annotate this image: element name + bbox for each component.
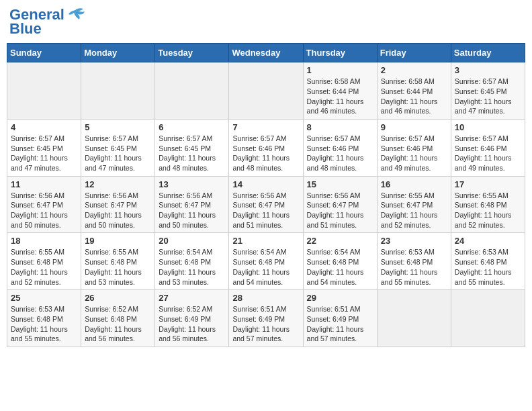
sunset-label: Sunset: 6:48 PM [85,258,137,266]
sunrise-label: Sunrise: 6:57 AM [381,134,435,142]
daylight-label: Daylight: 11 hours and 56 minutes. [85,325,142,343]
day-number: 15 [307,179,373,189]
sunrise-label: Sunrise: 6:57 AM [85,134,138,142]
calendar-cell: 19 Sunrise: 6:55 AM Sunset: 6:48 PM Dayl… [81,233,155,290]
cell-content: Sunrise: 6:51 AM Sunset: 6:49 PM Dayligh… [232,304,299,344]
calendar-cell: 13 Sunrise: 6:56 AM Sunset: 6:47 PM Dayl… [155,176,229,233]
day-number: 8 [307,122,373,132]
day-number: 11 [11,179,77,189]
daylight-label: Daylight: 11 hours and 54 minutes. [307,268,364,286]
sunrise-label: Sunrise: 6:57 AM [232,134,286,142]
daylight-label: Daylight: 11 hours and 51 minutes. [307,211,364,229]
cell-content: Sunrise: 6:57 AM Sunset: 6:46 PM Dayligh… [232,134,299,173]
sunset-label: Sunset: 6:46 PM [455,144,507,152]
sunset-label: Sunset: 6:45 PM [159,144,211,152]
sunset-label: Sunset: 6:44 PM [381,87,433,95]
sunrise-label: Sunrise: 6:52 AM [85,305,138,313]
day-number: 23 [381,236,447,246]
cell-content: Sunrise: 6:57 AM Sunset: 6:45 PM Dayligh… [11,134,77,173]
daylight-label: Daylight: 11 hours and 49 minutes. [381,154,438,172]
calendar-week-4: 18 Sunrise: 6:55 AM Sunset: 6:48 PM Dayl… [7,233,525,290]
day-number: 20 [159,236,225,246]
calendar-cell: 20 Sunrise: 6:54 AM Sunset: 6:48 PM Dayl… [155,233,229,290]
daylight-label: Daylight: 11 hours and 55 minutes. [11,325,68,343]
daylight-label: Daylight: 11 hours and 46 minutes. [381,97,438,116]
cell-content: Sunrise: 6:58 AM Sunset: 6:44 PM Dayligh… [381,77,447,116]
sunset-label: Sunset: 6:48 PM [232,258,285,266]
cell-content: Sunrise: 6:55 AM Sunset: 6:48 PM Dayligh… [11,247,77,287]
cell-content: Sunrise: 6:54 AM Sunset: 6:48 PM Dayligh… [159,247,225,287]
calendar-cell [229,62,303,120]
cell-content: Sunrise: 6:57 AM Sunset: 6:45 PM Dayligh… [455,77,521,116]
sunset-label: Sunset: 6:49 PM [232,315,285,323]
sunset-label: Sunset: 6:46 PM [307,144,359,152]
sunset-label: Sunset: 6:47 PM [232,201,285,209]
sunset-label: Sunset: 6:47 PM [159,201,211,209]
cell-content: Sunrise: 6:51 AM Sunset: 6:49 PM Dayligh… [307,304,373,344]
day-number: 18 [11,236,77,246]
sunset-label: Sunset: 6:48 PM [307,258,359,266]
day-number: 7 [232,122,299,132]
page-header: General Blue [7,7,525,38]
cell-content: Sunrise: 6:52 AM Sunset: 6:48 PM Dayligh… [85,304,151,344]
daylight-label: Daylight: 11 hours and 52 minutes. [455,211,512,229]
sunset-label: Sunset: 6:48 PM [159,258,211,266]
sunrise-label: Sunrise: 6:56 AM [11,191,64,199]
sunrise-label: Sunrise: 6:55 AM [11,248,64,256]
calendar-cell: 4 Sunrise: 6:57 AM Sunset: 6:45 PM Dayli… [7,119,81,176]
daylight-label: Daylight: 11 hours and 49 minutes. [455,154,512,172]
cell-content: Sunrise: 6:55 AM Sunset: 6:48 PM Dayligh… [85,247,151,287]
day-header-wednesday: Wednesday [229,44,303,62]
calendar-cell: 22 Sunrise: 6:54 AM Sunset: 6:48 PM Dayl… [303,233,377,290]
calendar-cell [7,62,81,120]
daylight-label: Daylight: 11 hours and 55 minutes. [381,268,438,286]
day-number: 3 [455,65,521,75]
logo-blue: Blue [9,20,42,38]
daylight-label: Daylight: 11 hours and 47 minutes. [11,154,68,172]
cell-content: Sunrise: 6:53 AM Sunset: 6:48 PM Dayligh… [381,247,447,287]
calendar-cell: 12 Sunrise: 6:56 AM Sunset: 6:47 PM Dayl… [81,176,155,233]
day-number: 5 [85,122,151,132]
calendar-cell: 6 Sunrise: 6:57 AM Sunset: 6:45 PM Dayli… [155,119,229,176]
sunrise-label: Sunrise: 6:54 AM [232,248,286,256]
day-number: 14 [232,179,299,189]
day-number: 1 [307,65,373,75]
cell-content: Sunrise: 6:56 AM Sunset: 6:47 PM Dayligh… [85,191,151,230]
cell-content: Sunrise: 6:54 AM Sunset: 6:48 PM Dayligh… [232,247,299,287]
calendar-header-row: SundayMondayTuesdayWednesdayThursdayFrid… [7,44,525,62]
sunset-label: Sunset: 6:47 PM [11,201,63,209]
calendar-cell: 23 Sunrise: 6:53 AM Sunset: 6:48 PM Dayl… [377,233,451,290]
day-number: 25 [11,293,77,303]
calendar-cell [155,62,229,120]
day-number: 28 [232,293,299,303]
logo-bird-icon [64,7,86,22]
sunrise-label: Sunrise: 6:57 AM [11,134,64,142]
calendar-cell: 14 Sunrise: 6:56 AM Sunset: 6:47 PM Dayl… [229,176,303,233]
day-number: 24 [455,236,521,246]
calendar-cell: 8 Sunrise: 6:57 AM Sunset: 6:46 PM Dayli… [303,119,377,176]
sunrise-label: Sunrise: 6:51 AM [232,305,286,313]
day-number: 13 [159,179,225,189]
cell-content: Sunrise: 6:56 AM Sunset: 6:47 PM Dayligh… [307,191,373,230]
daylight-label: Daylight: 11 hours and 53 minutes. [159,268,216,286]
calendar-cell: 3 Sunrise: 6:57 AM Sunset: 6:45 PM Dayli… [451,62,525,120]
daylight-label: Daylight: 11 hours and 50 minutes. [159,211,216,229]
daylight-label: Daylight: 11 hours and 52 minutes. [381,211,438,229]
daylight-label: Daylight: 11 hours and 52 minutes. [11,268,68,286]
cell-content: Sunrise: 6:56 AM Sunset: 6:47 PM Dayligh… [232,191,299,230]
sunset-label: Sunset: 6:48 PM [85,315,137,323]
daylight-label: Daylight: 11 hours and 57 minutes. [232,325,290,343]
day-number: 9 [381,122,447,132]
sunset-label: Sunset: 6:49 PM [159,315,211,323]
daylight-label: Daylight: 11 hours and 48 minutes. [159,154,216,172]
sunrise-label: Sunrise: 6:57 AM [159,134,212,142]
cell-content: Sunrise: 6:57 AM Sunset: 6:46 PM Dayligh… [381,134,447,173]
daylight-label: Daylight: 11 hours and 47 minutes. [85,154,142,172]
day-number: 16 [381,179,447,189]
calendar-week-3: 11 Sunrise: 6:56 AM Sunset: 6:47 PM Dayl… [7,176,525,233]
cell-content: Sunrise: 6:56 AM Sunset: 6:47 PM Dayligh… [11,191,77,230]
cell-content: Sunrise: 6:55 AM Sunset: 6:47 PM Dayligh… [381,191,447,230]
daylight-label: Daylight: 11 hours and 54 minutes. [232,268,290,286]
sunset-label: Sunset: 6:48 PM [11,315,63,323]
sunset-label: Sunset: 6:48 PM [381,258,433,266]
